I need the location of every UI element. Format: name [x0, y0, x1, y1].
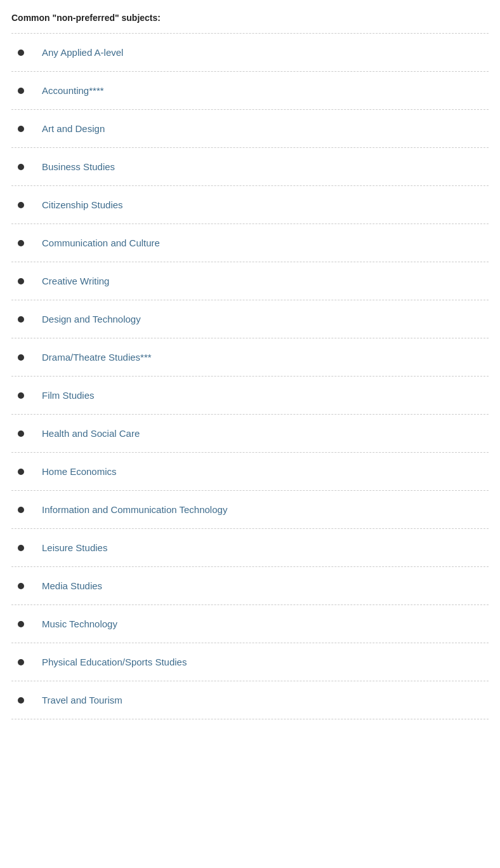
- bullet-icon: [18, 697, 24, 704]
- bullet-icon: [18, 164, 24, 170]
- list-item: Citizenship Studies: [11, 186, 489, 224]
- bullet-icon: [18, 316, 24, 323]
- subject-label: Business Studies: [42, 160, 115, 173]
- subject-label: Design and Technology: [42, 312, 141, 326]
- subject-label: Art and Design: [42, 122, 105, 135]
- list-item: Media Studies: [11, 567, 489, 605]
- list-item: Information and Communication Technology: [11, 491, 489, 529]
- list-item: Business Studies: [11, 148, 489, 186]
- subject-label: Drama/Theatre Studies***: [42, 351, 152, 364]
- bullet-icon: [18, 507, 24, 513]
- bullet-icon: [18, 88, 24, 94]
- subject-label: Travel and Tourism: [42, 693, 122, 707]
- bullet-icon: [18, 431, 24, 437]
- subject-label: Any Applied A-level: [42, 46, 123, 59]
- list-item: Physical Education/Sports Studies: [11, 643, 489, 681]
- list-item: Music Technology: [11, 605, 489, 643]
- subject-label: Citizenship Studies: [42, 198, 123, 211]
- list-item: Drama/Theatre Studies***: [11, 338, 489, 377]
- bullet-icon: [18, 392, 24, 399]
- subject-label: Film Studies: [42, 389, 95, 402]
- bullet-icon: [18, 354, 24, 361]
- subject-label: Physical Education/Sports Studies: [42, 655, 187, 669]
- bullet-icon: [18, 126, 24, 132]
- list-item: Creative Writing: [11, 262, 489, 300]
- bullet-icon: [18, 621, 24, 627]
- bullet-icon: [18, 583, 24, 589]
- bullet-icon: [18, 50, 24, 56]
- bullet-icon: [18, 545, 24, 551]
- list-item: Leisure Studies: [11, 529, 489, 567]
- subject-label: Media Studies: [42, 579, 102, 592]
- bullet-icon: [18, 240, 24, 246]
- bullet-icon: [18, 278, 24, 284]
- list-item: Film Studies: [11, 377, 489, 415]
- subject-label: Information and Communication Technology: [42, 503, 227, 516]
- list-item: Travel and Tourism: [11, 681, 489, 719]
- subject-label: Communication and Culture: [42, 236, 160, 250]
- list-item: Design and Technology: [11, 300, 489, 338]
- subject-label: Home Economics: [42, 465, 117, 478]
- subject-label: Accounting****: [42, 84, 104, 97]
- list-item: Any Applied A-level: [11, 34, 489, 72]
- bullet-icon: [18, 469, 24, 475]
- subjects-list: Any Applied A-levelAccounting****Art and…: [11, 33, 489, 719]
- subject-label: Leisure Studies: [42, 541, 107, 554]
- section-title: Common "non-preferred" subjects:: [11, 13, 489, 23]
- bullet-icon: [18, 659, 24, 665]
- bullet-icon: [18, 202, 24, 208]
- list-item: Health and Social Care: [11, 415, 489, 453]
- list-item: Home Economics: [11, 453, 489, 491]
- list-item: Communication and Culture: [11, 224, 489, 262]
- list-item: Accounting****: [11, 72, 489, 110]
- subject-label: Creative Writing: [42, 274, 109, 288]
- subject-label: Music Technology: [42, 617, 117, 631]
- subject-label: Health and Social Care: [42, 427, 140, 440]
- list-item: Art and Design: [11, 110, 489, 148]
